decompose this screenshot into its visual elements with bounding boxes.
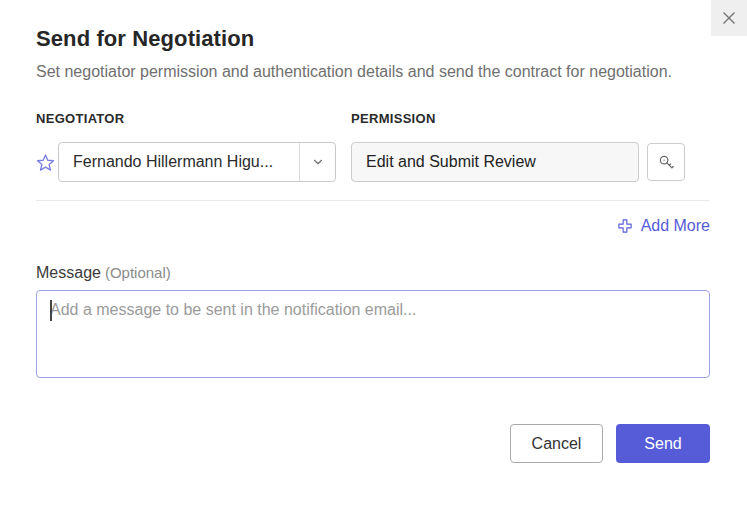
close-icon [721,10,737,26]
add-more-row: Add More [36,217,710,235]
key-icon [657,153,676,172]
negotiator-select[interactable]: Fernando Hillermann Higu... [58,142,336,182]
permission-field[interactable] [351,142,639,182]
field-labels-row: NEGOTIATOR PERMISSION [36,109,710,127]
message-label: Message [36,264,101,281]
chevron-down-icon [300,155,335,169]
section-divider [36,200,710,201]
negotiator-row: Fernando Hillermann Higu... [36,142,710,182]
dialog-title: Send for Negotiation [36,26,710,52]
authentication-settings-button[interactable] [647,143,685,181]
dialog-subtitle: Set negotiator permission and authentica… [36,62,681,81]
message-textarea[interactable] [36,290,710,378]
favorite-toggle[interactable] [36,153,58,172]
star-outline-icon [36,153,55,172]
dialog-footer: Cancel Send [36,424,710,463]
add-more-button[interactable]: Add More [617,217,710,235]
message-label-row: Message(Optional) [36,264,710,282]
negotiator-select-value: Fernando Hillermann Higu... [59,153,299,171]
add-more-label: Add More [641,217,710,235]
message-field-wrapper [36,290,710,378]
negotiator-label: NEGOTIATOR [36,111,124,126]
send-button[interactable]: Send [616,424,710,463]
cancel-button[interactable]: Cancel [510,424,603,463]
permission-label: PERMISSION [351,111,436,126]
plus-outline-icon [617,218,633,234]
close-button[interactable] [711,0,747,36]
message-optional-label: (Optional) [105,264,171,281]
send-for-negotiation-dialog: Send for Negotiation Set negotiator perm… [36,26,710,463]
